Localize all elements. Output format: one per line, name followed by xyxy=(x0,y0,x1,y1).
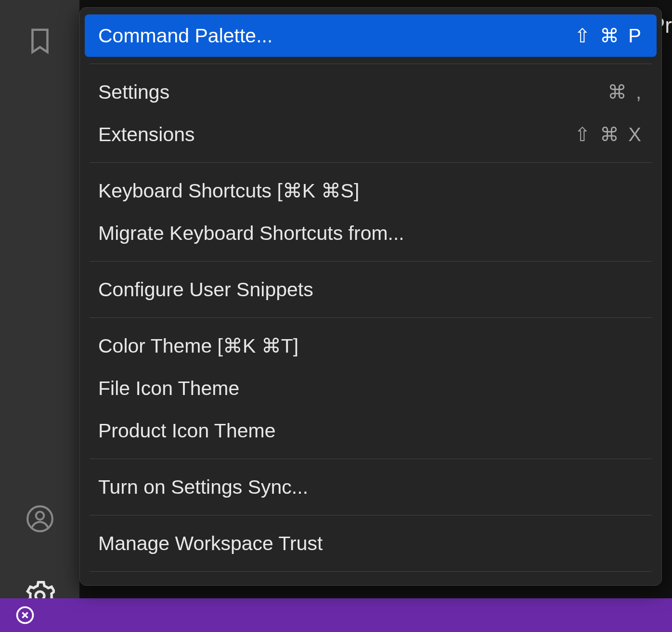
menu-item-shortcut: ⇧ ⌘ P xyxy=(574,25,643,47)
menu-separator xyxy=(90,162,652,163)
activity-bar xyxy=(0,0,79,632)
menu-item[interactable]: Migrate Keyboard Shortcuts from... xyxy=(80,212,661,254)
menu-item[interactable]: Configure User Snippets xyxy=(80,268,661,311)
menu-separator xyxy=(90,64,652,64)
menu-item-label: Command Palette... xyxy=(98,25,272,47)
menu-item-label: Settings xyxy=(98,81,169,104)
menu-item[interactable]: Color Theme [⌘K ⌘T] xyxy=(80,325,661,367)
menu-item[interactable]: Extensions⇧ ⌘ X xyxy=(80,113,661,156)
menu-item[interactable]: Manage Workspace Trust xyxy=(80,522,661,565)
menu-item-label: Migrate Keyboard Shortcuts from... xyxy=(98,222,404,245)
menu-item-shortcut: ⇧ ⌘ X xyxy=(574,123,643,145)
menu-item-label: Keyboard Shortcuts [⌘K ⌘S] xyxy=(98,179,359,202)
menu-item[interactable]: Settings⌘ , xyxy=(80,71,661,113)
menu-item-label: Product Icon Theme xyxy=(98,420,275,442)
menu-item-label: Turn on Settings Sync... xyxy=(98,476,308,499)
status-bar xyxy=(0,598,672,632)
menu-separator xyxy=(90,317,652,318)
menu-item-shortcut: ⌘ , xyxy=(607,81,643,103)
menu-item-label: File Icon Theme xyxy=(98,377,239,400)
menu-item-label: Color Theme [⌘K ⌘T] xyxy=(98,334,298,357)
bookmark-icon[interactable] xyxy=(23,24,57,58)
menu-item-label: Configure User Snippets xyxy=(98,278,313,301)
svg-point-1 xyxy=(36,512,44,520)
menu-item[interactable]: Keyboard Shortcuts [⌘K ⌘S] xyxy=(80,170,661,212)
menu-separator xyxy=(90,571,652,572)
menu-separator xyxy=(90,261,652,262)
menu-item[interactable]: Command Palette...⇧ ⌘ P xyxy=(85,14,657,57)
accounts-icon[interactable] xyxy=(23,502,57,536)
menu-item[interactable]: File Icon Theme xyxy=(80,367,661,409)
menu-item-label: Extensions xyxy=(98,123,195,146)
menu-separator xyxy=(90,515,652,515)
menu-item[interactable]: Turn on Settings Sync... xyxy=(80,466,661,508)
error-icon[interactable] xyxy=(14,605,36,626)
settings-context-menu: Command Palette...⇧ ⌘ PSettings⌘ ,Extens… xyxy=(79,7,662,586)
menu-item-label: Manage Workspace Trust xyxy=(98,532,323,555)
menu-item[interactable]: Product Icon Theme xyxy=(80,409,661,452)
menu-separator xyxy=(90,459,652,459)
